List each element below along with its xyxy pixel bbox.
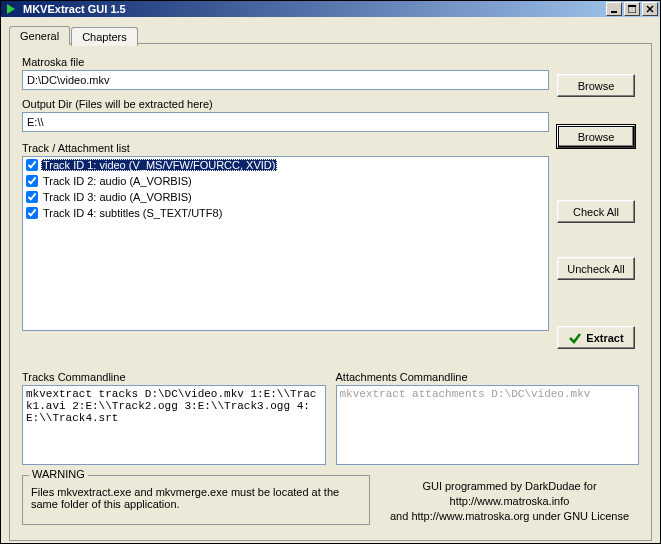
output-dir-input[interactable] — [22, 112, 549, 132]
track-checkbox[interactable] — [26, 207, 38, 219]
app-window: MKVExtract GUI 1.5 General Chapters Matr… — [0, 0, 661, 544]
track-label: Track ID 4: subtitles (S_TEXT/UTF8) — [41, 207, 224, 219]
attachments-cmd-label: Attachments Commandline — [336, 371, 640, 383]
list-item[interactable]: Track ID 2: audio (A_VORBIS) — [23, 173, 548, 189]
track-list-label: Track / Attachment list — [22, 142, 549, 154]
tracks-cmd-label: Tracks Commandline — [22, 371, 326, 383]
attachments-cmd-box[interactable]: mkvextract attachments D:\DC\video.mkv — [336, 385, 640, 465]
output-dir-label: Output Dir (Files will be extracted here… — [22, 98, 549, 110]
tab-panel-general: Matroska file Output Dir (Files will be … — [9, 43, 652, 541]
list-item[interactable]: Track ID 1: video (V_MS/VFW/FOURCC, XVID… — [23, 157, 548, 173]
track-label: Track ID 2: audio (A_VORBIS) — [41, 175, 194, 187]
window-title: MKVExtract GUI 1.5 — [23, 3, 604, 15]
close-button[interactable] — [642, 2, 658, 16]
warning-legend: WARNING — [29, 468, 88, 480]
list-item[interactable]: Track ID 3: audio (A_VORBIS) — [23, 189, 548, 205]
extract-label: Extract — [586, 332, 623, 344]
tab-general[interactable]: General — [9, 26, 70, 45]
track-checkbox[interactable] — [26, 175, 38, 187]
titlebar: MKVExtract GUI 1.5 — [1, 1, 660, 17]
list-item[interactable]: Track ID 4: subtitles (S_TEXT/UTF8) — [23, 205, 548, 221]
minimize-button[interactable] — [606, 2, 622, 16]
warning-box: WARNING Files mkvextract.exe and mkvmerg… — [22, 475, 370, 525]
tracks-cmd-box[interactable]: mkvextract tracks D:\DC\video.mkv 1:E:\\… — [22, 385, 326, 465]
browse-file-button[interactable]: Browse — [557, 74, 635, 97]
matroska-file-label: Matroska file — [22, 56, 549, 68]
track-checkbox[interactable] — [26, 159, 38, 171]
tab-chapters[interactable]: Chapters — [71, 27, 138, 46]
check-all-button[interactable]: Check All — [557, 200, 635, 223]
matroska-file-input[interactable] — [22, 70, 549, 90]
track-label: Track ID 1: video (V_MS/VFW/FOURCC, XVID… — [41, 159, 277, 171]
uncheck-all-button[interactable]: Uncheck All — [557, 257, 635, 280]
warning-text: Files mkvextract.exe and mkvmerge.exe mu… — [31, 486, 339, 510]
svg-rect-3 — [628, 5, 636, 7]
track-list[interactable]: Track ID 1: video (V_MS/VFW/FOURCC, XVID… — [22, 156, 549, 331]
credits-line1: GUI programmed by DarkDudae for http://w… — [422, 480, 596, 507]
track-label: Track ID 3: audio (A_VORBIS) — [41, 191, 194, 203]
browse-dir-button[interactable]: Browse — [557, 125, 635, 148]
check-icon — [568, 331, 582, 345]
svg-rect-1 — [611, 11, 617, 13]
client-area: General Chapters Matroska file Output Di… — [1, 17, 660, 544]
app-icon — [3, 1, 19, 17]
credits-line2: and http://www.matroska.org under GNU Li… — [390, 510, 629, 522]
tab-bar: General Chapters — [9, 25, 652, 44]
maximize-button[interactable] — [624, 2, 640, 16]
track-checkbox[interactable] — [26, 191, 38, 203]
credits-text: GUI programmed by DarkDudae for http://w… — [380, 475, 639, 524]
svg-marker-0 — [7, 4, 15, 14]
extract-button[interactable]: Extract — [557, 326, 635, 349]
